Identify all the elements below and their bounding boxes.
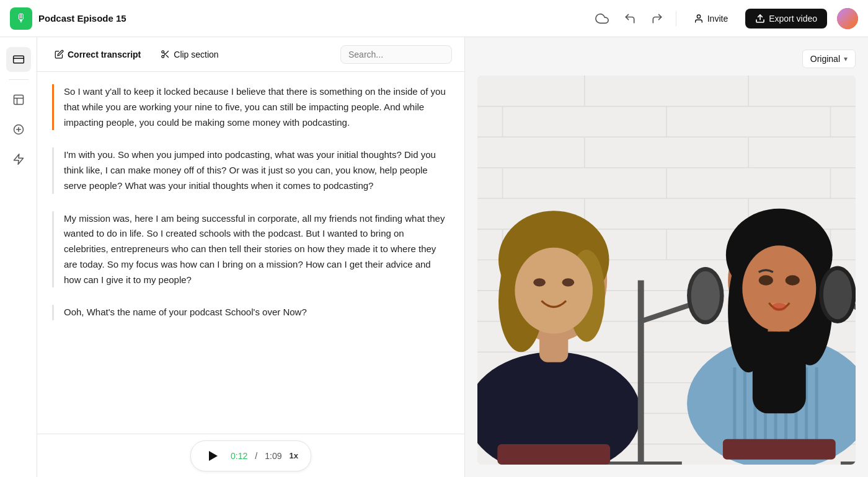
svg-rect-2 — [13, 56, 24, 63]
upload-icon — [755, 14, 765, 24]
avatar-image — [837, 8, 858, 29]
playback-bar: 0:12 / 1:09 1x — [37, 434, 464, 477]
video-frame — [477, 76, 856, 465]
user-avatar[interactable] — [837, 8, 858, 29]
svg-marker-10 — [14, 154, 23, 165]
transcript-block-3: My mission was, here I am being successf… — [52, 211, 450, 288]
total-time: 1:09 — [265, 451, 281, 461]
app-logo: 🎙 — [10, 7, 32, 30]
play-button[interactable] — [203, 446, 223, 466]
clip-section-label: Clip section — [174, 50, 218, 59]
transcript-block-1: So I want y'all to keep it locked becaus… — [52, 84, 450, 130]
transcript-content: So I want y'all to keep it locked becaus… — [37, 72, 464, 434]
video-scene — [477, 76, 856, 465]
transcript-block-4: Ooh, What's the name of your podcast Sch… — [52, 305, 450, 320]
current-time: 0:12 — [231, 451, 247, 461]
playback-speed-button[interactable]: 1x — [289, 451, 298, 460]
invite-button[interactable]: Invite — [686, 10, 735, 27]
svg-point-0 — [697, 15, 700, 18]
transcript-text-3: My mission was, here I am being successf… — [64, 211, 450, 288]
add-icon — [12, 123, 25, 136]
header-right: Invite Export video — [593, 8, 858, 29]
play-icon — [209, 451, 218, 461]
video-header: Original ▾ — [477, 50, 856, 68]
main-content: Correct transcript Clip section So I wan… — [0, 37, 868, 477]
svg-rect-67 — [743, 367, 746, 444]
svg-rect-80 — [753, 331, 806, 413]
video-panel: Original ▾ — [465, 37, 868, 477]
undo-icon — [624, 12, 636, 25]
lightning-icon — [12, 153, 25, 165]
svg-point-63 — [562, 278, 574, 286]
transcript-panel: Correct transcript Clip section So I wan… — [37, 37, 465, 477]
svg-rect-95 — [497, 444, 610, 465]
time-separator: / — [255, 451, 257, 461]
cloud-icon — [595, 12, 609, 25]
clip-section-button[interactable]: Clip section — [156, 46, 223, 63]
undo-button[interactable] — [621, 10, 639, 27]
search-container — [340, 45, 452, 64]
svg-line-15 — [164, 53, 165, 54]
sidebar-item-lightning[interactable] — [6, 147, 31, 172]
sidebar-item-add[interactable] — [6, 117, 31, 142]
pen-icon — [55, 50, 64, 59]
svg-point-61 — [515, 248, 593, 334]
svg-point-81 — [742, 245, 816, 331]
scissors-icon — [161, 50, 170, 59]
playback-controls: 0:12 / 1:09 1x — [190, 440, 311, 471]
svg-rect-66 — [733, 367, 736, 444]
export-video-button[interactable]: Export video — [745, 9, 827, 28]
svg-rect-74 — [815, 367, 818, 444]
chevron-down-icon: ▾ — [844, 55, 848, 63]
cards-icon — [12, 53, 25, 66]
transcript-text-1: So I want y'all to keep it locked becaus… — [64, 84, 450, 130]
cloud-save-button[interactable] — [593, 9, 611, 28]
svg-rect-4 — [14, 95, 23, 105]
header-divider — [676, 11, 676, 26]
svg-point-84 — [772, 303, 786, 311]
svg-line-14 — [166, 55, 168, 57]
sidebar-divider-1 — [9, 79, 29, 80]
svg-point-94 — [823, 270, 852, 319]
header-left: 🎙 Podcast Episode 15 — [10, 7, 126, 30]
correct-transcript-button[interactable]: Correct transcript — [50, 46, 146, 63]
sidebar-item-layout[interactable] — [6, 87, 31, 112]
invite-label: Invite — [707, 14, 728, 24]
layout-icon — [12, 94, 25, 106]
redo-button[interactable] — [649, 10, 666, 27]
transcript-text-4: Ooh, What's the name of your podcast Sch… — [64, 305, 450, 320]
app-header: 🎙 Podcast Episode 15 — [0, 0, 868, 37]
sidebar-item-cards[interactable] — [6, 47, 31, 72]
svg-rect-96 — [723, 439, 836, 460]
quality-dropdown[interactable]: Original ▾ — [802, 50, 856, 68]
person-icon — [694, 14, 704, 24]
sidebar — [0, 37, 37, 477]
correct-transcript-label: Correct transcript — [68, 50, 141, 59]
transcript-block-2: I'm with you. So when you jumped into po… — [52, 147, 450, 193]
svg-point-62 — [533, 278, 546, 286]
export-label: Export video — [769, 14, 817, 24]
svg-point-82 — [759, 275, 773, 286]
transcript-text-2: I'm with you. So when you jumped into po… — [64, 147, 450, 193]
svg-point-83 — [786, 275, 800, 286]
redo-icon — [651, 12, 663, 25]
transcript-toolbar: Correct transcript Clip section — [37, 37, 464, 72]
search-input[interactable] — [340, 45, 452, 64]
svg-point-89 — [691, 271, 720, 320]
quality-label: Original — [810, 54, 840, 64]
app-title: Podcast Episode 15 — [38, 13, 126, 24]
